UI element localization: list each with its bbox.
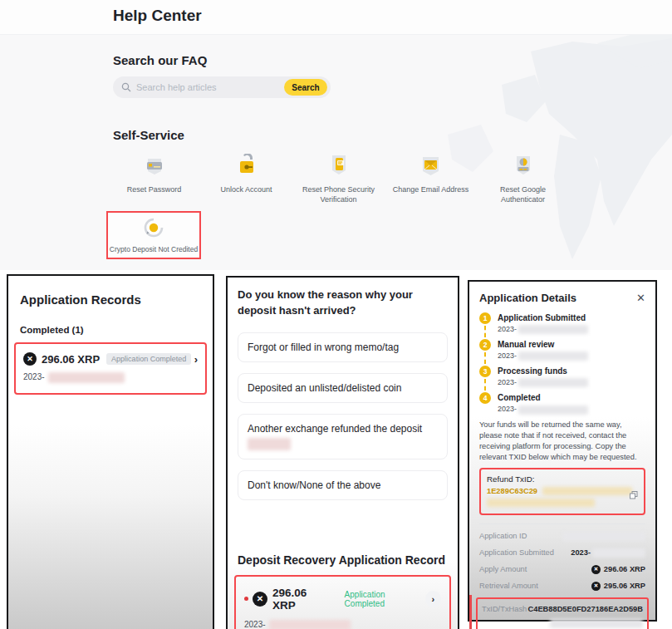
page-title: Help Center xyxy=(113,7,202,25)
faq-section-title: Search our FAQ xyxy=(113,53,207,67)
search-input[interactable] xyxy=(136,82,284,92)
close-icon[interactable]: ✕ xyxy=(636,292,645,303)
deposit-reason-panel: Do you know the reason why your deposit … xyxy=(226,276,459,629)
refund-txid-value: 1E289C63C29 xyxy=(487,487,537,495)
step-date: 2023- xyxy=(498,325,588,334)
top-bar: Help Center xyxy=(0,0,672,35)
redacted-date xyxy=(48,372,125,383)
timeline-connector xyxy=(484,379,486,391)
field-retrieval-amount: Retrieval Amount ✕295.06 XRP xyxy=(479,582,645,591)
redacted-date xyxy=(518,405,588,415)
recovery-record-title: Deposit Recovery Application Record xyxy=(238,553,448,567)
refund-txid-box: Refund TxID: 1E289C63C29 xyxy=(479,468,645,515)
xrp-coin-icon: ✕ xyxy=(23,352,37,366)
xrp-coin-icon: ✕ xyxy=(253,592,267,607)
step-date: 2023- xyxy=(498,351,588,361)
redacted-value xyxy=(550,619,643,628)
field-application-id: Application ID xyxy=(479,532,645,541)
annotation-artifact-line xyxy=(469,595,472,629)
refund-note-text: Your funds will be returned the same way… xyxy=(479,420,645,464)
search-icon xyxy=(121,82,131,92)
unread-dot xyxy=(244,597,248,601)
field-application-submitted: Application Submitted 2023- xyxy=(479,548,645,558)
timeline-connector xyxy=(484,326,486,337)
redacted-date xyxy=(518,378,588,387)
search-button[interactable]: Search xyxy=(284,79,327,96)
application-details-panel: Application Details ✕ 1 Application Subm… xyxy=(468,280,657,622)
record-amount: 296.06 XRP xyxy=(272,587,331,612)
reset-authenticator-icon xyxy=(513,152,534,177)
timeline-step-submitted: 1 Application Submitted 2023- xyxy=(479,312,645,339)
hero-section: Search our FAQ Search Self-Service xyxy=(0,35,672,270)
redacted-value xyxy=(592,548,645,558)
timeline-step-manual-review: 2 Manual review 2023- xyxy=(479,339,645,366)
chevron-right-icon: › xyxy=(194,353,198,366)
reason-option-wrong-memo[interactable]: Forgot or filled in wrong memo/tag xyxy=(238,332,448,362)
timeline-step-completed: 4 Completed 2023- xyxy=(479,392,645,414)
redacted-txid xyxy=(487,499,595,507)
details-title: Application Details xyxy=(479,292,576,304)
record-status-badge: Application Completed xyxy=(106,353,191,365)
self-service-item-reset-phone[interactable]: Reset Phone Security Verification xyxy=(292,147,385,204)
step-number-icon: 3 xyxy=(479,366,491,377)
step-number-icon: 1 xyxy=(479,312,491,324)
field-apply-amount: Apply Amount ✕296.06 XRP xyxy=(479,565,645,574)
reason-question-title: Do you know the reason why your deposit … xyxy=(238,287,448,319)
timeline-step-processing: 3 Processing funds 2023- xyxy=(479,366,645,392)
xrp-coin-icon: ✕ xyxy=(591,565,601,574)
self-service-item-label: Reset Phone Security Verification xyxy=(297,184,380,204)
application-records-panel: Application Records Completed (1) ✕ 296.… xyxy=(7,274,214,629)
crypto-deposit-icon xyxy=(144,218,164,241)
record-date: 2023- xyxy=(244,620,441,629)
step-number-icon: 2 xyxy=(479,339,491,351)
reset-password-icon xyxy=(144,152,165,177)
record-amount: 296.06 XRP xyxy=(42,353,100,366)
txid-hash-box: TxID/TxHash C4EB88D5E0FD27186EA2D59B xyxy=(476,597,649,629)
self-service-item-label: Reset Google Authenticator xyxy=(482,184,565,204)
records-completed-label: Completed (1) xyxy=(20,325,201,335)
self-service-row: Reset Password Unlock Account xyxy=(108,147,570,204)
records-panel-title: Application Records xyxy=(20,292,201,307)
record-date: 2023- xyxy=(23,372,198,383)
record-status: Application Completed xyxy=(345,590,425,608)
search-bar[interactable]: Search xyxy=(113,76,331,98)
xrp-coin-icon: ✕ xyxy=(591,582,601,591)
self-service-item-change-email[interactable]: Change Email Address xyxy=(385,147,477,204)
self-service-item-crypto-deposit-not-credited[interactable]: Crypto Deposit Not Credited xyxy=(106,211,201,259)
redacted-date xyxy=(518,325,588,334)
self-service-item-unlock-account[interactable]: Unlock Account xyxy=(200,147,292,204)
status-timeline: 1 Application Submitted 2023- 2 Manual r… xyxy=(479,312,645,415)
step-date: 2023- xyxy=(498,405,588,414)
self-service-item-label: Reset Password xyxy=(127,184,182,194)
step-number-icon: 4 xyxy=(479,392,491,404)
step-label: Manual review xyxy=(498,339,588,351)
redacted-date xyxy=(269,620,351,629)
self-service-title: Self-Service xyxy=(113,128,184,142)
redacted-date xyxy=(518,351,588,361)
recovery-record-row[interactable]: ✕ 296.06 XRP Application Completed › 202… xyxy=(234,575,451,629)
change-email-icon xyxy=(419,152,442,177)
step-label: Application Submitted xyxy=(498,312,588,324)
self-service-item-label: Unlock Account xyxy=(220,184,272,194)
self-service-item-reset-password[interactable]: Reset Password xyxy=(108,147,200,204)
divider xyxy=(479,523,645,524)
record-row-completed[interactable]: ✕ 296.06 XRP Application Completed › 202… xyxy=(14,342,207,395)
step-label: Processing funds xyxy=(498,366,588,377)
unlock-account-icon xyxy=(236,152,258,177)
step-label: Completed xyxy=(498,392,588,404)
redacted-text xyxy=(248,438,291,450)
self-service-item-label: Change Email Address xyxy=(393,184,469,194)
copy-icon[interactable] xyxy=(630,488,638,503)
reset-phone-icon xyxy=(329,152,349,177)
field-txid-hash: TxID/TxHash C4EB88D5E0FD27186EA2D59B xyxy=(482,605,643,613)
step-date: 2023- xyxy=(498,378,588,387)
chevron-right-icon: › xyxy=(425,591,441,607)
reason-option-exchange-refund[interactable]: Another exchange refunded the deposit xyxy=(238,414,448,459)
self-service-item-reset-authenticator[interactable]: Reset Google Authenticator xyxy=(477,147,569,204)
reason-option-dont-know[interactable]: Don't know/None of the above xyxy=(238,470,448,500)
redacted-txid xyxy=(542,487,632,495)
redacted-value xyxy=(562,532,645,541)
highlighted-item-label: Crypto Deposit Not Credited xyxy=(110,245,198,253)
help-center-page: Help Center Search our FAQ Search Self-S… xyxy=(0,0,672,629)
reason-option-delisted-coin[interactable]: Deposited an unlisted/delisted coin xyxy=(238,373,448,403)
